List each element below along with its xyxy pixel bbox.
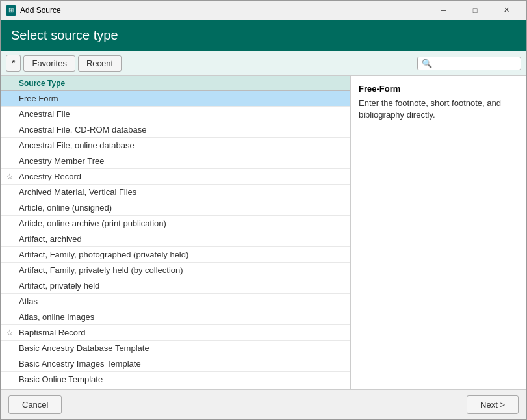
list-item[interactable]: Basic Online Template <box>1 372 350 387</box>
list-item[interactable]: Article, online (unsigned) <box>1 200 350 216</box>
window-controls: ─ □ ✕ <box>429 1 521 20</box>
list-item-label: Atlas <box>19 296 38 306</box>
search-icon: 🔍 <box>422 59 432 68</box>
list-item[interactable]: Ancestral File <box>1 107 350 122</box>
content-area: Source Type Free FormAncestral FileAnces… <box>1 76 526 389</box>
list-item-label: Baptismal Record <box>19 328 86 337</box>
star-icon: ☆ <box>6 328 14 337</box>
list-item-label: Ancestral File <box>19 109 70 119</box>
list-item[interactable]: ☆Baptismal Record <box>1 325 350 341</box>
list-panel: Source Type Free FormAncestral FileAnces… <box>1 76 351 389</box>
recent-button[interactable]: Recent <box>78 55 122 72</box>
list-item-label: Ancestral File, CD-ROM database <box>19 125 147 135</box>
list-item-label: Artifact, archived <box>19 234 82 244</box>
header-band: Select source type <box>1 20 526 51</box>
list-item[interactable]: Ancestral File, online database <box>1 138 350 153</box>
footer: Cancel Next > <box>1 389 526 419</box>
list-item[interactable]: Atlas, online images <box>1 309 350 325</box>
list-item-label: Archived Material, Vertical Files <box>19 187 136 197</box>
list-item-label: Basic Online Template <box>19 374 103 384</box>
list-column-header: Source Type <box>1 76 350 91</box>
list-item-label: Basic Ancestry Images Template <box>19 359 141 369</box>
toolbar: * Favorites Recent 🔍 <box>1 51 526 76</box>
list-item[interactable]: Artifact, Family, privately held (by col… <box>1 263 350 278</box>
list-item[interactable]: Ancestry Member Tree <box>1 153 350 169</box>
list-item[interactable]: Artifact, Family, photographed (privatel… <box>1 247 350 263</box>
title-bar: ⊞ Add Source ─ □ ✕ <box>1 1 526 20</box>
minimize-button[interactable]: ─ <box>429 1 459 20</box>
cancel-button[interactable]: Cancel <box>8 395 62 414</box>
close-button[interactable]: ✕ <box>491 1 521 20</box>
list-item-label: Artifact, Family, privately held (by col… <box>19 265 183 275</box>
next-button[interactable]: Next > <box>467 395 519 414</box>
list-item[interactable]: Free Form <box>1 91 350 107</box>
list-item-label: Ancestral File, online database <box>19 140 135 150</box>
list-item-label: Atlas, online images <box>19 312 94 322</box>
app-icon: ⊞ <box>6 5 16 16</box>
main-window: ⊞ Add Source ─ □ ✕ Select source type * … <box>0 0 527 420</box>
list-item[interactable]: ☆Ancestry Record <box>1 169 350 185</box>
list-item-label: Artifact, privately held <box>19 281 99 291</box>
list-item-label: Artifact, Family, photographed (privatel… <box>19 250 188 259</box>
list-item[interactable]: Basic Ancestry Images Template <box>1 356 350 372</box>
list-item-label: Basic Ancestry Database Template <box>19 343 149 353</box>
search-box[interactable]: 🔍 <box>417 57 521 70</box>
window-title: Add Source <box>20 6 429 15</box>
list-item[interactable]: Basic Ancestry Database Template <box>1 341 350 356</box>
star-icon: ☆ <box>6 172 14 181</box>
search-input[interactable] <box>435 59 517 68</box>
source-type-list[interactable]: Free FormAncestral FileAncestral File, C… <box>1 91 350 389</box>
list-item[interactable]: Atlas <box>1 294 350 309</box>
description-panel: Free-Form Enter the footnote, short foot… <box>351 76 526 389</box>
list-item-label: Ancestry Record <box>19 172 81 181</box>
maximize-button[interactable]: □ <box>460 1 490 20</box>
list-item[interactable]: Article, online archive (print publicati… <box>1 216 350 231</box>
list-item-label: Article, online (unsigned) <box>19 203 112 213</box>
list-item-label: Free Form <box>19 94 58 103</box>
list-item[interactable]: Archived Material, Vertical Files <box>1 185 350 200</box>
dialog-title: Select source type <box>11 28 516 43</box>
description-title: Free-Form <box>359 84 519 94</box>
list-item[interactable]: Artifact, privately held <box>1 278 350 294</box>
list-item[interactable]: Artifact, archived <box>1 231 350 247</box>
list-item-label: Ancestry Member Tree <box>19 156 105 166</box>
list-item[interactable]: Ancestral File, CD-ROM database <box>1 122 350 138</box>
favorites-button[interactable]: Favorites <box>23 55 75 72</box>
description-text: Enter the footnote, short footnote, and … <box>359 98 519 121</box>
list-item-label: Article, online archive (print publicati… <box>19 218 166 228</box>
star-filter-button[interactable]: * <box>6 55 21 72</box>
